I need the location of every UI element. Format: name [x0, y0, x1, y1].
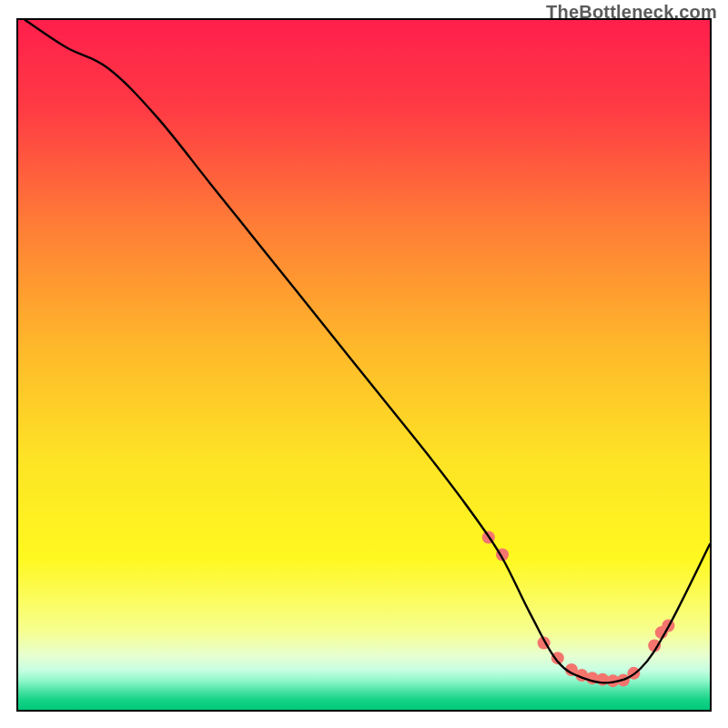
curve-line — [25, 20, 710, 683]
plot-area — [16, 18, 712, 712]
chart-overlay — [18, 20, 710, 710]
chart-frame: TheBottleneck.com — [0, 0, 728, 728]
